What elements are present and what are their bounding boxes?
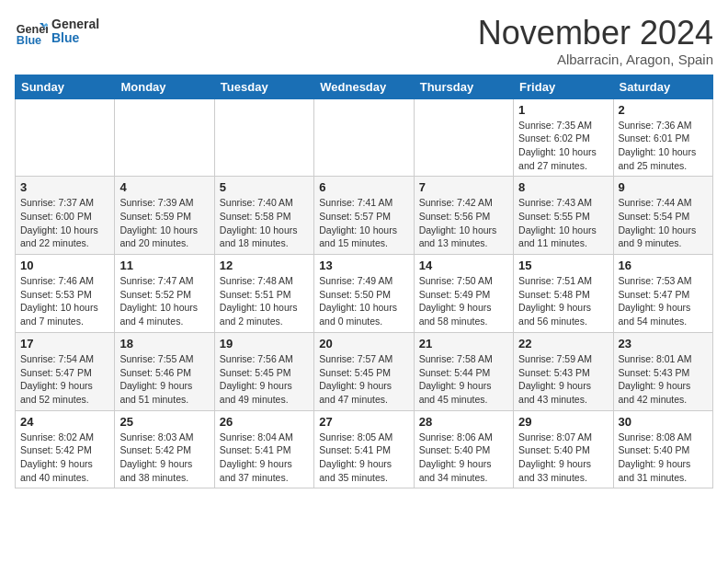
- calendar-cell: 28Sunrise: 8:06 AM Sunset: 5:40 PM Dayli…: [414, 410, 513, 488]
- calendar-cell: 1Sunrise: 7:35 AM Sunset: 6:02 PM Daylig…: [514, 98, 613, 177]
- weekday-header-monday: Monday: [115, 75, 214, 98]
- calendar-cell: 26Sunrise: 8:04 AM Sunset: 5:41 PM Dayli…: [214, 410, 313, 488]
- calendar-cell: 13Sunrise: 7:49 AM Sunset: 5:50 PM Dayli…: [314, 255, 414, 333]
- day-number: 28: [419, 415, 508, 429]
- calendar-cell: 11Sunrise: 7:47 AM Sunset: 5:52 PM Dayli…: [115, 255, 214, 333]
- day-info: Sunrise: 7:43 AM Sunset: 5:55 PM Dayligh…: [518, 196, 608, 250]
- calendar-cell: 24Sunrise: 8:02 AM Sunset: 5:42 PM Dayli…: [16, 410, 115, 488]
- calendar-cell: [16, 98, 115, 177]
- calendar-cell: [314, 98, 414, 177]
- logo-blue: Blue: [51, 31, 99, 45]
- calendar-cell: [414, 98, 513, 177]
- day-info: Sunrise: 8:05 AM Sunset: 5:41 PM Dayligh…: [319, 431, 408, 485]
- day-number: 23: [619, 337, 708, 350]
- page-header: General Blue General Blue November 2024 …: [15, 15, 713, 67]
- day-info: Sunrise: 8:01 AM Sunset: 5:43 PM Dayligh…: [619, 352, 708, 407]
- day-info: Sunrise: 7:48 AM Sunset: 5:51 PM Dayligh…: [220, 274, 309, 328]
- calendar-week-row: 1Sunrise: 7:35 AM Sunset: 6:02 PM Daylig…: [16, 98, 713, 177]
- day-number: 26: [220, 415, 309, 429]
- day-number: 4: [119, 180, 209, 194]
- day-info: Sunrise: 8:04 AM Sunset: 5:41 PM Dayligh…: [220, 431, 309, 485]
- calendar-cell: [214, 98, 313, 177]
- day-number: 3: [20, 180, 109, 194]
- day-number: 27: [319, 415, 408, 429]
- day-info: Sunrise: 7:56 AM Sunset: 5:45 PM Dayligh…: [220, 352, 309, 407]
- day-info: Sunrise: 7:36 AM Sunset: 6:01 PM Dayligh…: [619, 119, 708, 173]
- day-info: Sunrise: 7:58 AM Sunset: 5:44 PM Dayligh…: [419, 352, 508, 407]
- day-number: 8: [518, 180, 608, 194]
- calendar-week-row: 17Sunrise: 7:54 AM Sunset: 5:47 PM Dayli…: [16, 332, 713, 410]
- day-number: 22: [518, 337, 608, 350]
- calendar-table: SundayMondayTuesdayWednesdayThursdayFrid…: [15, 75, 713, 489]
- day-number: 7: [419, 180, 508, 194]
- calendar-cell: 30Sunrise: 8:08 AM Sunset: 5:40 PM Dayli…: [613, 410, 712, 488]
- day-number: 6: [319, 180, 408, 194]
- calendar-cell: 2Sunrise: 7:36 AM Sunset: 6:01 PM Daylig…: [613, 98, 712, 177]
- calendar-cell: 29Sunrise: 8:07 AM Sunset: 5:40 PM Dayli…: [514, 410, 613, 488]
- calendar-cell: 4Sunrise: 7:39 AM Sunset: 5:59 PM Daylig…: [115, 177, 214, 255]
- day-number: 20: [319, 337, 408, 350]
- day-number: 21: [419, 337, 508, 350]
- calendar-cell: 22Sunrise: 7:59 AM Sunset: 5:43 PM Dayli…: [514, 332, 613, 410]
- day-number: 15: [518, 259, 608, 272]
- weekday-header-sunday: Sunday: [16, 75, 115, 98]
- calendar-cell: 14Sunrise: 7:50 AM Sunset: 5:49 PM Dayli…: [414, 255, 513, 333]
- day-number: 5: [220, 180, 309, 194]
- day-number: 12: [220, 259, 309, 272]
- day-number: 19: [220, 337, 309, 350]
- calendar-cell: 21Sunrise: 7:58 AM Sunset: 5:44 PM Dayli…: [414, 332, 513, 410]
- day-info: Sunrise: 7:42 AM Sunset: 5:56 PM Dayligh…: [419, 196, 508, 250]
- day-info: Sunrise: 7:35 AM Sunset: 6:02 PM Dayligh…: [518, 119, 608, 173]
- location-subtitle: Albarracin, Aragon, Spain: [478, 52, 713, 67]
- calendar-cell: 3Sunrise: 7:37 AM Sunset: 6:00 PM Daylig…: [16, 177, 115, 255]
- day-info: Sunrise: 8:07 AM Sunset: 5:40 PM Dayligh…: [518, 431, 608, 485]
- day-number: 25: [119, 415, 209, 429]
- day-number: 24: [20, 415, 109, 429]
- calendar-cell: 12Sunrise: 7:48 AM Sunset: 5:51 PM Dayli…: [214, 255, 313, 333]
- day-number: 2: [619, 103, 708, 117]
- day-info: Sunrise: 7:57 AM Sunset: 5:45 PM Dayligh…: [319, 352, 408, 407]
- day-info: Sunrise: 7:41 AM Sunset: 5:57 PM Dayligh…: [319, 196, 408, 250]
- day-info: Sunrise: 7:50 AM Sunset: 5:49 PM Dayligh…: [419, 274, 508, 328]
- day-info: Sunrise: 7:47 AM Sunset: 5:52 PM Dayligh…: [119, 274, 209, 328]
- svg-text:Blue: Blue: [17, 34, 41, 47]
- calendar-cell: 9Sunrise: 7:44 AM Sunset: 5:54 PM Daylig…: [613, 177, 712, 255]
- day-info: Sunrise: 8:03 AM Sunset: 5:42 PM Dayligh…: [119, 431, 209, 485]
- day-info: Sunrise: 8:06 AM Sunset: 5:40 PM Dayligh…: [419, 431, 508, 485]
- weekday-header-thursday: Thursday: [414, 75, 513, 98]
- calendar-cell: 19Sunrise: 7:56 AM Sunset: 5:45 PM Dayli…: [214, 332, 313, 410]
- calendar-cell: 15Sunrise: 7:51 AM Sunset: 5:48 PM Dayli…: [514, 255, 613, 333]
- calendar-cell: 8Sunrise: 7:43 AM Sunset: 5:55 PM Daylig…: [514, 177, 613, 255]
- day-info: Sunrise: 7:53 AM Sunset: 5:47 PM Dayligh…: [619, 274, 708, 328]
- weekday-header-wednesday: Wednesday: [314, 75, 414, 98]
- weekday-header-friday: Friday: [514, 75, 613, 98]
- day-number: 14: [419, 259, 508, 272]
- day-info: Sunrise: 7:44 AM Sunset: 5:54 PM Dayligh…: [619, 196, 708, 250]
- logo-general: General: [51, 17, 99, 31]
- day-info: Sunrise: 7:49 AM Sunset: 5:50 PM Dayligh…: [319, 274, 408, 328]
- calendar-cell: 10Sunrise: 7:46 AM Sunset: 5:53 PM Dayli…: [16, 255, 115, 333]
- day-number: 1: [518, 103, 608, 117]
- calendar-cell: [115, 98, 214, 177]
- calendar-cell: 18Sunrise: 7:55 AM Sunset: 5:46 PM Dayli…: [115, 332, 214, 410]
- day-info: Sunrise: 8:02 AM Sunset: 5:42 PM Dayligh…: [20, 431, 109, 485]
- day-number: 30: [619, 415, 708, 429]
- day-number: 18: [119, 337, 209, 350]
- weekday-header-row: SundayMondayTuesdayWednesdayThursdayFrid…: [16, 75, 713, 98]
- calendar-cell: 16Sunrise: 7:53 AM Sunset: 5:47 PM Dayli…: [613, 255, 712, 333]
- day-info: Sunrise: 7:51 AM Sunset: 5:48 PM Dayligh…: [518, 274, 608, 328]
- day-number: 16: [619, 259, 708, 272]
- calendar-cell: 7Sunrise: 7:42 AM Sunset: 5:56 PM Daylig…: [414, 177, 513, 255]
- calendar-cell: 17Sunrise: 7:54 AM Sunset: 5:47 PM Dayli…: [16, 332, 115, 410]
- logo-text-block: General Blue: [51, 17, 99, 46]
- day-info: Sunrise: 7:59 AM Sunset: 5:43 PM Dayligh…: [518, 352, 608, 407]
- day-info: Sunrise: 8:08 AM Sunset: 5:40 PM Dayligh…: [619, 431, 708, 485]
- day-number: 17: [20, 337, 109, 350]
- title-block: November 2024 Albarracin, Aragon, Spain: [478, 15, 713, 67]
- day-info: Sunrise: 7:46 AM Sunset: 5:53 PM Dayligh…: [20, 274, 109, 328]
- calendar-week-row: 3Sunrise: 7:37 AM Sunset: 6:00 PM Daylig…: [16, 177, 713, 255]
- day-info: Sunrise: 7:39 AM Sunset: 5:59 PM Dayligh…: [119, 196, 209, 250]
- day-number: 9: [619, 180, 708, 194]
- day-number: 13: [319, 259, 408, 272]
- logo: General Blue General Blue: [15, 15, 99, 48]
